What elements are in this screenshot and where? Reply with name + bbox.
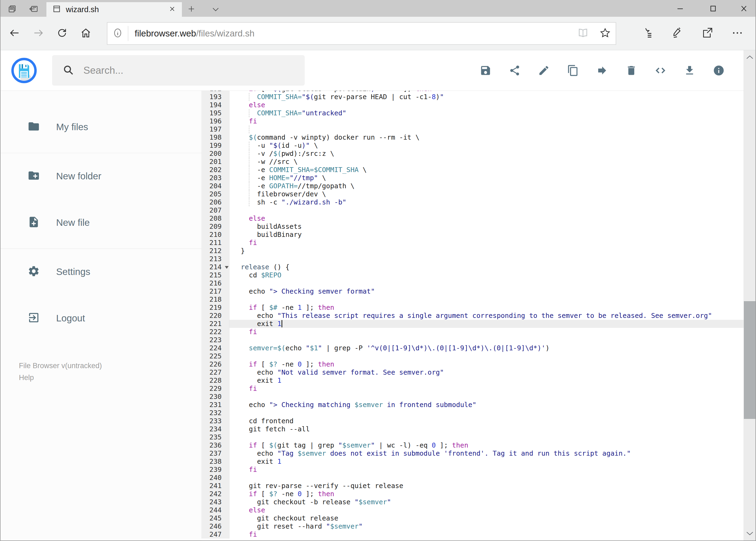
- code-editor[interactable]: 192 if [ "$(git status --porcelain)" = "…: [201, 91, 744, 540]
- code-line[interactable]: [229, 255, 744, 263]
- code-line[interactable]: echo "> Checking semver format": [229, 287, 744, 295]
- site-info-icon[interactable]: [112, 28, 123, 39]
- edit-icon[interactable]: [538, 65, 550, 76]
- page-scrollbar[interactable]: [744, 50, 755, 540]
- code-line[interactable]: if [ "$(git status --porcelain)" = "" ];…: [229, 91, 744, 93]
- code-line[interactable]: exit 1: [229, 457, 744, 466]
- forward-icon[interactable]: [32, 27, 44, 40]
- tab-list-chevron-icon[interactable]: [212, 6, 220, 14]
- code-line[interactable]: [229, 295, 744, 303]
- code-line[interactable]: fi: [229, 117, 744, 125]
- code-line[interactable]: fi: [229, 466, 744, 474]
- sidebar-item-new-folder[interactable]: New folder: [1, 165, 201, 187]
- code-line[interactable]: [229, 433, 744, 441]
- code-line[interactable]: }: [229, 247, 744, 255]
- browser-tab[interactable]: wizard.sh: [46, 2, 182, 17]
- code-line[interactable]: fi: [229, 385, 744, 393]
- close-tab-icon[interactable]: [168, 5, 176, 14]
- code-line[interactable]: [229, 409, 744, 417]
- share-icon[interactable]: [509, 65, 521, 76]
- code-line[interactable]: [229, 474, 744, 482]
- code-line[interactable]: git checkout -b release "$semver": [229, 498, 744, 506]
- annotate-pen-icon[interactable]: [671, 27, 683, 40]
- code-line[interactable]: -e GOPATH=//tmp/gopath \: [229, 182, 744, 190]
- url-text[interactable]: filebrowser.web/files/wizard.sh: [135, 28, 577, 39]
- code-line[interactable]: fi: [229, 328, 744, 336]
- code-line[interactable]: fi: [229, 530, 744, 539]
- code-line[interactable]: fi: [229, 239, 744, 247]
- sidebar-item-logout[interactable]: Logout: [1, 307, 201, 329]
- reading-view-icon[interactable]: [577, 27, 589, 40]
- code-line[interactable]: COMMIT_SHA="$(git rev-parse HEAD | cut -…: [229, 93, 744, 101]
- minimize-button[interactable]: [675, 4, 685, 14]
- code-line[interactable]: [229, 352, 744, 360]
- code-line[interactable]: else: [229, 215, 744, 223]
- more-options-icon[interactable]: [731, 27, 744, 40]
- code-line[interactable]: if [ $# -ne 1 ]; then: [229, 303, 744, 312]
- move-icon[interactable]: [596, 65, 608, 76]
- code-line[interactable]: git rev-parse --verify --quiet release: [229, 482, 744, 490]
- url-bar[interactable]: filebrowser.web/files/wizard.sh: [107, 22, 616, 45]
- code-line[interactable]: release () {: [229, 263, 744, 271]
- delete-icon[interactable]: [626, 65, 637, 76]
- code-line[interactable]: cd frontend: [229, 417, 744, 425]
- code-line[interactable]: -v /$(pwd):/src:z \: [229, 150, 744, 158]
- code-line[interactable]: COMMIT_SHA="untracked": [229, 109, 744, 117]
- set-tabs-aside-icon[interactable]: [29, 4, 38, 15]
- code-line[interactable]: [229, 206, 744, 215]
- code-line[interactable]: if [ $? -ne 0 ]; then: [229, 360, 744, 368]
- code-line[interactable]: $(command -v winpty) docker run --rm -it…: [229, 134, 744, 142]
- code-line[interactable]: [229, 336, 744, 344]
- refresh-icon[interactable]: [56, 27, 68, 40]
- share-icon-edge[interactable]: [701, 27, 713, 40]
- code-line[interactable]: filebrowser/dev \: [229, 190, 744, 198]
- code-line[interactable]: [229, 125, 744, 134]
- code-line[interactable]: exit 1: [229, 320, 744, 328]
- code-line[interactable]: if [ $(git tag | grep "$semver" | wc -l)…: [229, 441, 744, 449]
- code-line[interactable]: echo "> Checking matching $semver in fro…: [229, 401, 744, 409]
- code-line[interactable]: git fetch --all: [229, 425, 744, 433]
- new-tab-icon[interactable]: [187, 5, 195, 14]
- code-line[interactable]: else: [229, 101, 744, 109]
- code-line[interactable]: cd $REPO: [229, 271, 744, 279]
- code-line[interactable]: git checkout release: [229, 514, 744, 522]
- close-window-button[interactable]: [739, 4, 748, 14]
- code-line[interactable]: [229, 279, 744, 287]
- scroll-up-icon[interactable]: [744, 55, 755, 60]
- code-line[interactable]: echo "Not valid semver format. See semve…: [229, 368, 744, 376]
- tab-preview-icon[interactable]: [8, 4, 17, 15]
- code-line[interactable]: -u "$(id -u)" \: [229, 142, 744, 150]
- code-line[interactable]: semver=$(echo "$1" | grep -P '^v(0|[1-9]…: [229, 344, 744, 352]
- save-icon[interactable]: [480, 65, 491, 76]
- favorite-star-icon[interactable]: [600, 27, 611, 40]
- back-icon[interactable]: [9, 27, 21, 40]
- hub-favorites-icon[interactable]: [640, 27, 653, 40]
- code-line[interactable]: -e COMMIT_SHA=$COMMIT_SHA \: [229, 166, 744, 174]
- code-line[interactable]: if [ $? -ne 0 ]; then: [229, 490, 744, 498]
- code-line[interactable]: [229, 393, 744, 401]
- code-line[interactable]: exit 1: [229, 376, 744, 385]
- sidebar-item-my-files[interactable]: My files: [1, 116, 201, 138]
- code-line[interactable]: -e HOME="//tmp" \: [229, 174, 744, 182]
- filebrowser-logo[interactable]: [11, 58, 37, 83]
- code-line[interactable]: git reset --hard "$semver": [229, 522, 744, 530]
- download-icon[interactable]: [684, 65, 695, 76]
- copy-icon[interactable]: [567, 65, 579, 76]
- info-icon[interactable]: [713, 65, 725, 76]
- help-link[interactable]: Help: [19, 372, 201, 383]
- code-line[interactable]: -w //src \: [229, 158, 744, 166]
- code-line[interactable]: echo "Tag $semver does not exist in subm…: [229, 449, 744, 457]
- maximize-button[interactable]: [708, 4, 718, 14]
- sidebar-item-settings[interactable]: Settings: [1, 261, 201, 282]
- code-line[interactable]: sh -c "./wizard.sh -b": [229, 198, 744, 206]
- code-line[interactable]: else: [229, 506, 744, 514]
- home-icon[interactable]: [80, 27, 92, 40]
- scroll-down-icon[interactable]: [744, 531, 755, 536]
- code-icon[interactable]: [654, 65, 666, 76]
- code-line[interactable]: buildBinary: [229, 231, 744, 239]
- search-input[interactable]: Search...: [52, 55, 305, 86]
- scrollbar-thumb[interactable]: [744, 301, 755, 419]
- code-line[interactable]: echo "This release script requires a sin…: [229, 312, 744, 320]
- sidebar-item-new-file[interactable]: New file: [1, 212, 201, 234]
- code-line[interactable]: buildAssets: [229, 223, 744, 231]
